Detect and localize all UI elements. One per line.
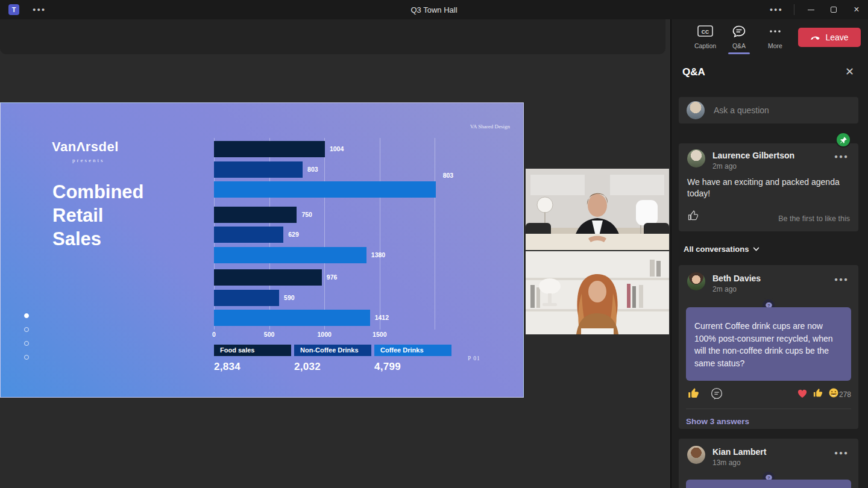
legend-item: Non-Coffee Drinks2,032 <box>294 345 371 373</box>
thumbs-up-outline-icon <box>687 210 699 222</box>
chevron-down-icon <box>753 247 760 251</box>
minimize-button[interactable] <box>799 0 822 19</box>
vanarsdel-logo: VanΛrsdel <box>52 139 119 155</box>
leave-button[interactable]: Leave <box>798 28 861 47</box>
comment-icon <box>710 387 723 400</box>
legend-item: Coffee Drinks4,799 <box>374 345 451 373</box>
svg-text:CC: CC <box>702 29 709 35</box>
chart-bar <box>214 290 279 306</box>
thumbs-up-react-button[interactable] <box>687 387 700 402</box>
heart-reaction-icon <box>797 388 808 401</box>
slide-dot <box>24 355 29 360</box>
thumbs-up-reaction-icon <box>813 387 823 401</box>
slide-pagination <box>24 313 29 369</box>
bar-value-label: 1412 <box>375 310 389 326</box>
avatar <box>687 149 705 167</box>
question-box: Current Coffee drink cups are now 100% p… <box>686 307 851 381</box>
participant-1-illustration <box>526 169 669 250</box>
active-tab-underline <box>728 52 750 54</box>
question-author: Beth Davies <box>712 274 761 283</box>
chart-bar <box>214 207 297 223</box>
question-text: Current Coffee drink cups are now 100% p… <box>686 307 851 369</box>
legend-chip: Non-Coffee Drinks <box>294 345 371 356</box>
legend-item: Food sales2,834 <box>214 345 291 373</box>
bar-value-label: 803 <box>307 161 318 178</box>
question-box <box>686 480 851 488</box>
chart-bar <box>214 181 436 198</box>
titlebar-divider <box>794 4 794 15</box>
chart-bar <box>214 161 303 178</box>
ask-question-placeholder: Ask a question <box>714 105 769 115</box>
slide-dot <box>24 341 29 346</box>
pin-icon <box>840 136 848 144</box>
participant-video-1[interactable] <box>526 169 669 250</box>
maximize-button[interactable] <box>822 0 845 19</box>
slide-dot <box>24 327 29 332</box>
post-author: Laurence Gilbertson <box>712 151 794 160</box>
window-menu-icon[interactable]: ●●● <box>770 7 783 13</box>
bar-row: 976 <box>214 269 497 286</box>
qa-side-panel: CC Caption Q&A More Leave Q&A ✕ Ask a qu… <box>670 19 868 488</box>
bar-value-label: 1004 <box>330 141 344 157</box>
self-avatar <box>687 101 705 119</box>
leave-label: Leave <box>825 33 848 42</box>
slide-title-line: Sales <box>52 227 144 251</box>
hangup-icon <box>810 32 821 43</box>
question-author: Kian Lambert <box>712 447 766 457</box>
bar-row: 803 <box>214 161 497 178</box>
more-button[interactable]: More <box>758 25 792 49</box>
participant-video-2[interactable] <box>526 251 669 334</box>
slide-title-line: Combined <box>52 180 144 204</box>
shared-slide: VanΛrsdel presents Combined Retail Sales… <box>0 102 524 398</box>
meeting-stage: VanΛrsdel presents Combined Retail Sales… <box>0 19 669 488</box>
show-answers-link[interactable]: Show 3 answers <box>686 417 749 426</box>
window-titlebar: T ●●● Q3 Town Hall ●●● × <box>0 0 868 19</box>
axis-tick-label: 500 <box>264 331 275 338</box>
chart-bar <box>214 269 322 286</box>
qa-chat-icon <box>732 25 746 37</box>
legend-total: 4,799 <box>374 361 451 373</box>
answer-comment-button[interactable] <box>710 387 723 402</box>
bar-value-label: 976 <box>327 269 338 286</box>
heart-icon <box>797 388 808 398</box>
ask-question-input[interactable]: Ask a question <box>679 97 858 124</box>
bar-row: 1412 <box>214 310 497 326</box>
legend-chip: Food sales <box>214 345 291 356</box>
question-more-icon[interactable]: ●●● <box>834 276 849 283</box>
bar-chart: 100480380375062913809765901412 050010001… <box>214 138 497 391</box>
like-hint: Be the first to like this <box>778 214 850 223</box>
more-label: More <box>758 42 792 49</box>
reaction-row: 278 <box>687 387 851 402</box>
bar-value-label: 1380 <box>371 247 385 263</box>
axis-tick-label: 1500 <box>373 331 386 338</box>
bar-value-label: 590 <box>284 290 295 306</box>
slide-title: Combined Retail Sales <box>52 180 144 251</box>
post-more-icon[interactable]: ●●● <box>834 153 849 160</box>
chart-legend: Food sales2,834Non-Coffee Drinks2,032Cof… <box>214 345 497 387</box>
thumbs-up-icon <box>687 387 700 399</box>
meeting-title: Q3 Town Hall <box>0 5 868 14</box>
caption-label: Caption <box>688 42 722 49</box>
panel-close-icon[interactable]: ✕ <box>845 65 854 78</box>
like-button[interactable] <box>687 210 699 224</box>
thumbs-up-icon <box>813 387 823 398</box>
question-time: 2m ago <box>712 285 737 293</box>
avatar <box>687 272 705 290</box>
legend-total: 2,032 <box>294 361 371 373</box>
chart-bar <box>214 247 366 263</box>
watermark-label: VA Shared Design <box>470 124 510 130</box>
question-more-icon[interactable]: ●●● <box>834 449 849 456</box>
caption-button[interactable]: CC Caption <box>688 25 722 49</box>
reaction-count: 278 <box>839 390 851 399</box>
bar-value-label: 629 <box>288 227 299 243</box>
question-card: Kian Lambert 13m ago ●●● ? <box>679 439 858 488</box>
qa-tab-button[interactable]: Q&A <box>722 25 756 49</box>
laughing-reaction-icon <box>828 387 839 401</box>
conversation-filter[interactable]: All conversations <box>684 245 760 254</box>
close-button[interactable]: × <box>845 0 868 19</box>
divider <box>686 408 851 409</box>
bar-row: 1380 <box>214 247 497 263</box>
legend-total: 2,834 <box>214 361 291 373</box>
bar-row: 1004 <box>214 141 497 157</box>
svg-text:?: ? <box>767 475 770 479</box>
